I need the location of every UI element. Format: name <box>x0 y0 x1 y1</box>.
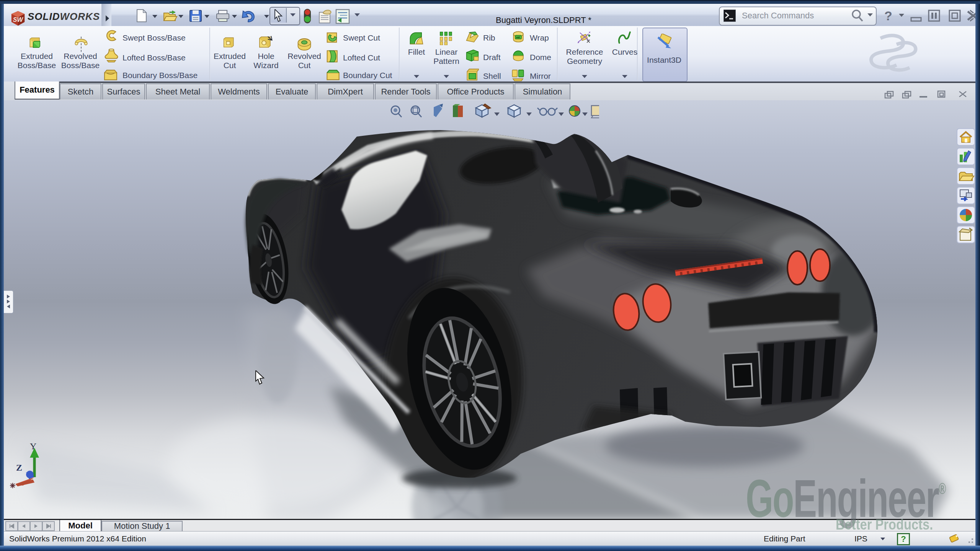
svg-text:SW: SW <box>13 16 24 23</box>
svg-text:ed: ed <box>516 36 519 39</box>
svg-text:Z: Z <box>16 463 22 473</box>
svg-text:Y: Y <box>30 441 36 451</box>
